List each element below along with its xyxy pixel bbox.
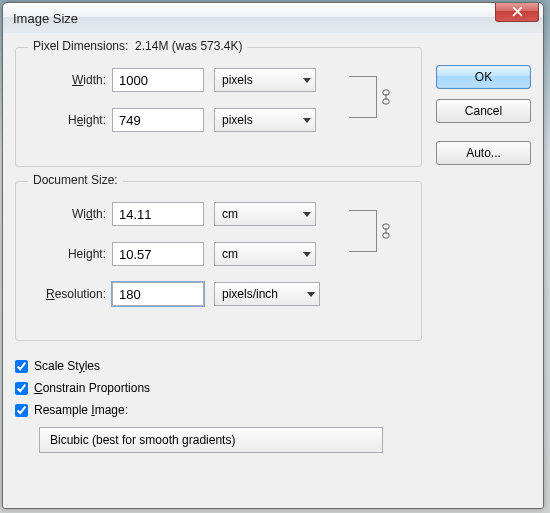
scale-styles-checkbox[interactable] — [15, 360, 28, 373]
constrain-row: Constrain Proportions — [15, 377, 422, 399]
chevron-down-icon — [303, 252, 311, 257]
image-size-dialog: Image Size Pixel Dimensions: 2.14M (was … — [2, 2, 544, 509]
titlebar[interactable]: Image Size — [3, 3, 543, 33]
doc-width-unit-text: cm — [222, 207, 238, 221]
resample-label[interactable]: Resample Image: — [34, 403, 128, 417]
doc-height-unit-text: cm — [222, 247, 238, 261]
constrain-link-icon[interactable] — [379, 88, 393, 106]
resample-method-combo[interactable]: Bicubic (best for smooth gradients) — [39, 427, 383, 453]
doc-resolution-input[interactable] — [112, 282, 204, 306]
client-area: Pixel Dimensions: 2.14M (was 573.4K) Wid… — [3, 33, 543, 465]
constrain-checkbox[interactable] — [15, 382, 28, 395]
doc-height-unit-combo[interactable]: cm — [214, 242, 316, 266]
pixel-width-unit-text: pixels — [222, 73, 253, 87]
pixel-width-input[interactable] — [112, 68, 204, 92]
chevron-down-icon — [307, 292, 315, 297]
pixel-dimensions-legend: Pixel Dimensions: 2.14M (was 573.4K) — [28, 39, 247, 53]
pixel-height-unit-text: pixels — [222, 113, 253, 127]
left-column: Pixel Dimensions: 2.14M (was 573.4K) Wid… — [15, 47, 422, 453]
options-checkboxes: Scale Styles Constrain Proportions Resam… — [15, 355, 422, 453]
doc-resolution-label: Resolution: — [26, 287, 112, 301]
doc-width-input[interactable] — [112, 202, 204, 226]
ok-button[interactable]: OK — [436, 65, 531, 89]
window-title: Image Size — [13, 11, 78, 26]
pixel-dimensions-group: Pixel Dimensions: 2.14M (was 573.4K) Wid… — [15, 47, 422, 167]
resample-row: Resample Image: — [15, 399, 422, 421]
chevron-down-icon — [303, 212, 311, 217]
chevron-down-icon — [303, 78, 311, 83]
resample-method-text: Bicubic (best for smooth gradients) — [50, 433, 235, 447]
doc-width-unit-combo[interactable]: cm — [214, 202, 316, 226]
constrain-label[interactable]: Constrain Proportions — [34, 381, 150, 395]
constrain-link-icon[interactable] — [379, 222, 393, 240]
pixel-legend-text: Pixel Dimensions: — [33, 39, 128, 53]
right-column: OK Cancel Auto... — [436, 47, 531, 453]
auto-button[interactable]: Auto... — [436, 141, 531, 165]
pixel-height-input[interactable] — [112, 108, 204, 132]
pixel-height-unit-combo[interactable]: pixels — [214, 108, 316, 132]
pixel-link-bracket — [349, 76, 377, 118]
doc-resolution-row: Resolution: pixels/inch — [26, 280, 411, 308]
pixel-info-text: 2.14M (was 573.4K) — [135, 39, 242, 53]
pixel-width-unit-combo[interactable]: pixels — [214, 68, 316, 92]
doc-link-bracket — [349, 210, 377, 252]
resample-checkbox[interactable] — [15, 404, 28, 417]
doc-resolution-unit-combo[interactable]: pixels/inch — [214, 282, 320, 306]
document-size-group: Document Size: Width: cm Height: cm — [15, 181, 422, 341]
doc-height-input[interactable] — [112, 242, 204, 266]
doc-res-unit-text: pixels/inch — [222, 287, 278, 301]
close-icon — [512, 6, 523, 17]
close-button[interactable] — [495, 2, 539, 22]
doc-height-label: Height: — [26, 247, 112, 261]
scale-styles-row: Scale Styles — [15, 355, 422, 377]
chevron-down-icon — [303, 118, 311, 123]
pixel-height-label: Height: — [26, 113, 112, 127]
cancel-button[interactable]: Cancel — [436, 99, 531, 123]
pixel-width-label: Width: — [26, 73, 112, 87]
scale-styles-label[interactable]: Scale Styles — [34, 359, 100, 373]
doc-width-label: Width: — [26, 207, 112, 221]
document-size-legend: Document Size: — [28, 173, 123, 187]
